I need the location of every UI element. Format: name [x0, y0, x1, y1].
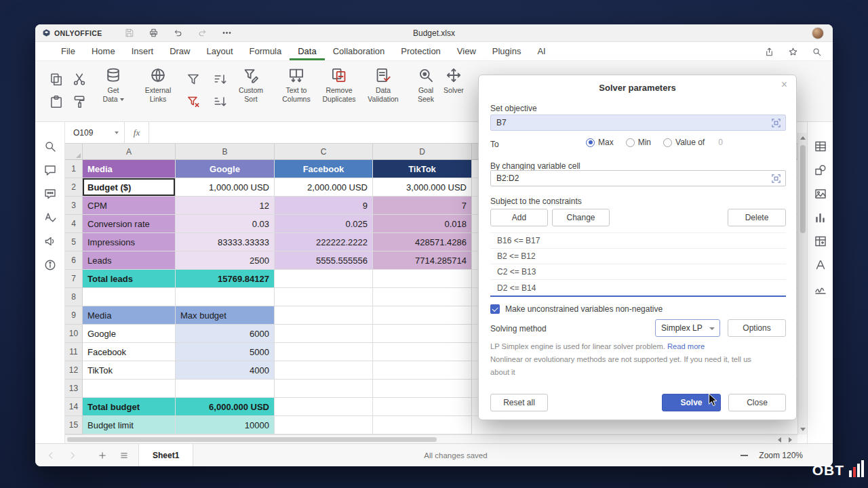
image-settings-icon[interactable] [814, 187, 827, 201]
row-header-8[interactable]: 8 [65, 288, 83, 306]
constraint-item[interactable]: C2 <= B13 [490, 264, 786, 280]
cell-D4[interactable]: 0.018 [373, 215, 472, 233]
menu-formula[interactable]: Formula [241, 42, 290, 60]
variable-cells-input[interactable]: B2:D2 [490, 170, 786, 186]
cell-A10[interactable]: Google [83, 325, 176, 343]
cell-D15[interactable] [373, 416, 472, 434]
remove-duplicates-button[interactable]: RemoveDuplicates [317, 66, 361, 104]
reset-all-button[interactable]: Reset all [490, 394, 548, 411]
comments-icon[interactable] [43, 163, 57, 177]
data-validation-button[interactable]: DataValidation [361, 66, 405, 104]
menu-file[interactable]: File [53, 42, 83, 60]
read-more-link[interactable]: Read more [667, 342, 705, 350]
cell-A5[interactable]: Impressions [83, 233, 176, 251]
options-button[interactable]: Options [728, 319, 786, 337]
column-header-a[interactable]: A [83, 144, 176, 160]
cell-C6[interactable]: 5555.555556 [275, 251, 373, 270]
cell-B6[interactable]: 2500 [176, 251, 275, 270]
cell-C2[interactable]: 2,000.000 USD [275, 178, 373, 197]
external-links-button[interactable]: ExternalLinks [136, 66, 180, 104]
row-header-10[interactable]: 10 [65, 325, 83, 343]
add-constraint-button[interactable]: Add [490, 209, 548, 226]
cell-D11[interactable] [373, 343, 472, 361]
search-icon[interactable] [812, 47, 822, 57]
cell-C12[interactable] [275, 361, 373, 380]
cell-A6[interactable]: Leads [83, 251, 176, 270]
cell-C14[interactable] [275, 398, 373, 416]
cell-B11[interactable]: 5000 [176, 343, 275, 361]
feedback-icon[interactable] [43, 235, 57, 248]
more-icon[interactable] [222, 28, 232, 38]
menu-home[interactable]: Home [83, 42, 123, 60]
next-sheet-icon[interactable] [68, 451, 77, 460]
shape-settings-icon[interactable] [814, 163, 827, 177]
close-button[interactable]: Close [728, 394, 786, 411]
cell-A11[interactable]: Facebook [83, 343, 176, 361]
cut-icon[interactable] [72, 72, 87, 87]
row-header-12[interactable]: 12 [65, 361, 83, 380]
about-icon[interactable] [43, 258, 57, 272]
row-header-4[interactable]: 4 [65, 215, 83, 233]
solver-button[interactable]: Solver [432, 66, 475, 95]
solving-method-select[interactable]: Simplex LP [655, 319, 720, 337]
cell-B8[interactable] [176, 288, 275, 306]
avatar[interactable] [812, 27, 824, 39]
search-icon[interactable] [43, 140, 57, 153]
column-header-c[interactable]: C [275, 144, 373, 160]
cell-C4[interactable]: 0.025 [275, 215, 373, 233]
nonnegative-checkbox[interactable] [490, 304, 500, 314]
cell-D7[interactable] [373, 270, 472, 288]
radio-min[interactable]: Min [626, 138, 651, 147]
menu-protection[interactable]: Protection [393, 42, 449, 60]
cell-C13[interactable] [275, 380, 373, 398]
cell-A13[interactable] [83, 380, 176, 398]
cell-D3[interactable]: 7 [373, 197, 472, 215]
row-header-15[interactable]: 15 [65, 416, 83, 434]
menu-draw[interactable]: Draw [161, 42, 198, 60]
cell-A15[interactable]: Budget limit [83, 416, 176, 434]
filter-icon[interactable] [186, 72, 201, 87]
cell-settings-icon[interactable] [814, 140, 827, 153]
cell-A12[interactable]: TikTok [83, 361, 176, 380]
sheet-list-icon[interactable] [119, 451, 129, 460]
row-header-11[interactable]: 11 [65, 343, 83, 361]
row-header-14[interactable]: 14 [65, 398, 83, 416]
cell-B13[interactable] [176, 380, 275, 398]
cell-B9[interactable]: Max budget [176, 306, 275, 325]
sheet-tab[interactable]: Sheet1 [138, 444, 193, 466]
cell-C15[interactable] [275, 416, 373, 434]
print-icon[interactable] [149, 28, 159, 38]
favorite-icon[interactable] [788, 47, 798, 57]
cell-C5[interactable]: 222222.2222 [275, 233, 373, 251]
cell-C1[interactable]: Facebook [275, 160, 373, 178]
row-header-2[interactable]: 2 [65, 178, 83, 197]
chevron-down-icon[interactable] [115, 131, 119, 134]
cell-A3[interactable]: CPM [83, 197, 176, 215]
sort-az-icon[interactable] [213, 72, 228, 87]
radio-button-icon[interactable] [586, 138, 595, 147]
cell-D2[interactable]: 3,000.000 USD [373, 178, 472, 197]
add-sheet-icon[interactable] [98, 451, 107, 460]
paste-icon[interactable] [49, 94, 64, 109]
copy-icon[interactable] [49, 72, 64, 87]
constraint-item[interactable]: B16 <= B17 [490, 233, 786, 249]
close-icon[interactable]: × [781, 79, 787, 90]
cell-A4[interactable]: Conversion rate [83, 215, 176, 233]
change-constraint-button[interactable]: Change [552, 209, 610, 226]
cell-D8[interactable] [373, 288, 472, 306]
signature-settings-icon[interactable] [814, 282, 827, 296]
value-of-input[interactable]: 0 [718, 138, 723, 147]
cell-A9[interactable]: Media [83, 306, 176, 325]
column-header-b[interactable]: B [176, 144, 275, 160]
chart-settings-icon[interactable] [814, 211, 827, 224]
radio-button-icon[interactable] [663, 138, 672, 147]
row-header-6[interactable]: 6 [65, 251, 83, 270]
menu-collaboration[interactable]: Collaboration [325, 42, 393, 60]
cell-A1[interactable]: Media [83, 160, 176, 178]
cell-D6[interactable]: 7714.285714 [373, 251, 472, 270]
sort-za-icon[interactable] [213, 94, 228, 109]
cell-B4[interactable]: 0.03 [176, 215, 275, 233]
radio-button-icon[interactable] [626, 138, 635, 147]
cell-D1[interactable]: TikTok [373, 160, 472, 178]
zoom-label[interactable]: Zoom 120% [759, 451, 803, 460]
